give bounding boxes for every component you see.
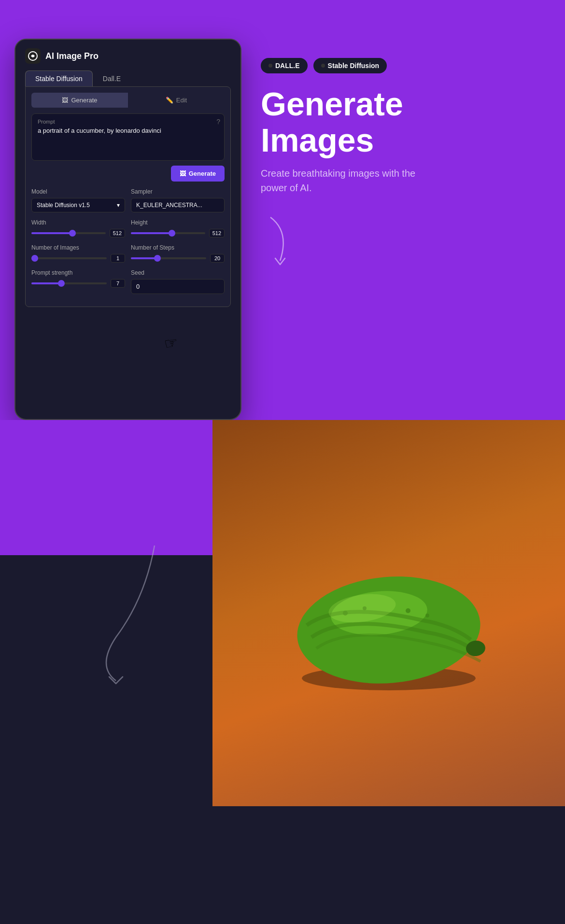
app-logo-icon bbox=[25, 48, 41, 64]
num-images-slider-row: 1 bbox=[31, 254, 125, 263]
prompt-strength-slider-row: 7 bbox=[31, 279, 125, 288]
height-slider-thumb[interactable] bbox=[169, 230, 175, 237]
svg-point-8 bbox=[425, 614, 429, 617]
width-slider-track bbox=[31, 232, 106, 234]
height-slider-row: 512 bbox=[131, 229, 225, 238]
num-images-label: Number of Images bbox=[31, 244, 125, 251]
app-header: AI Image Pro bbox=[15, 40, 240, 64]
tab-dalle[interactable]: Dall.E bbox=[93, 70, 131, 86]
width-height-row: Width 512 Height bbox=[31, 219, 225, 238]
prompt-strength-track bbox=[31, 282, 107, 284]
num-steps-field: Number of Steps 20 bbox=[131, 244, 225, 263]
badge-dalle: DALL.E bbox=[261, 58, 308, 73]
width-value: 512 bbox=[110, 229, 125, 238]
arrow-down bbox=[261, 212, 299, 270]
seed-field: Seed bbox=[131, 269, 225, 294]
generate-row: 🖼 Generate bbox=[31, 166, 225, 182]
purple-overlap bbox=[0, 420, 227, 555]
prompt-area: Prompt a portrait of a cucumber, by leon… bbox=[31, 113, 225, 161]
right-hero: DALL.E Stable Diffusion Generate Images … bbox=[241, 39, 551, 280]
tabs-row: Stable Diffusion Dall.E bbox=[15, 64, 240, 86]
hero-subtitle: Create breathtaking images with the powe… bbox=[261, 166, 425, 195]
height-label: Height bbox=[131, 219, 225, 226]
bottom-arrow bbox=[77, 541, 174, 687]
tab-stable-diffusion[interactable]: Stable Diffusion bbox=[25, 70, 93, 86]
width-field: Width 512 bbox=[31, 219, 125, 238]
svg-point-7 bbox=[406, 608, 410, 613]
height-field: Height 512 bbox=[131, 219, 225, 238]
prompt-text[interactable]: a portrait of a cucumber, by leonardo da… bbox=[38, 126, 218, 155]
help-icon[interactable]: ? bbox=[216, 118, 220, 126]
sampler-label: Sampler bbox=[131, 188, 225, 195]
prompt-strength-value: 7 bbox=[111, 279, 125, 288]
model-label: Model bbox=[31, 188, 125, 195]
images-steps-row: Number of Images 1 Number of Steps bbox=[31, 244, 225, 263]
seed-input[interactable] bbox=[131, 279, 225, 294]
generate-main-icon: 🖼 bbox=[180, 170, 186, 177]
height-value: 512 bbox=[209, 229, 225, 238]
hero-title: Generate Images bbox=[261, 86, 403, 158]
prompt-strength-thumb[interactable] bbox=[58, 280, 65, 287]
width-slider-thumb[interactable] bbox=[69, 230, 76, 237]
num-images-field: Number of Images 1 bbox=[31, 244, 125, 263]
pencil-icon: ✏️ bbox=[166, 97, 173, 104]
num-steps-label: Number of Steps bbox=[131, 244, 225, 251]
stable-dot bbox=[321, 64, 325, 68]
sampler-select[interactable]: K_EULER_ANCESTRA... bbox=[131, 198, 225, 212]
sampler-field: Sampler K_EULER_ANCESTRA... bbox=[131, 188, 225, 212]
model-field: Model Stable Diffusion v1.5 ▾ bbox=[31, 188, 125, 212]
generate-tab-btn[interactable]: 🖼 Generate bbox=[31, 93, 128, 108]
width-label: Width bbox=[31, 219, 125, 226]
app-title: AI Image Pro bbox=[45, 51, 99, 61]
width-slider-fill bbox=[31, 232, 72, 234]
strength-seed-row: Prompt strength 7 Seed bbox=[31, 269, 225, 294]
prompt-strength-field: Prompt strength 7 bbox=[31, 269, 125, 294]
edit-tab-btn[interactable]: ✏️ Edit bbox=[128, 93, 225, 108]
cucumber-panel bbox=[212, 420, 565, 806]
bottom-section bbox=[0, 420, 565, 924]
seed-label: Seed bbox=[131, 269, 225, 276]
height-slider-fill bbox=[131, 232, 172, 234]
generate-icon: 🖼 bbox=[62, 97, 68, 104]
badge-row: DALL.E Stable Diffusion bbox=[261, 58, 387, 73]
generate-main-button[interactable]: 🖼 Generate bbox=[171, 166, 225, 182]
num-steps-slider-thumb[interactable] bbox=[154, 255, 161, 262]
num-images-slider-track bbox=[31, 257, 107, 259]
prompt-strength-fill bbox=[31, 282, 61, 284]
top-section: AI Image Pro Stable Diffusion Dall.E 🖼 G… bbox=[0, 0, 565, 420]
width-slider-row: 512 bbox=[31, 229, 125, 238]
cucumber-svg bbox=[268, 529, 509, 698]
num-images-value: 1 bbox=[111, 254, 125, 263]
num-steps-slider-row: 20 bbox=[131, 254, 225, 263]
app-body: 🖼 Generate ✏️ Edit Prompt a portrait of … bbox=[25, 86, 231, 307]
generate-edit-row: 🖼 Generate ✏️ Edit bbox=[31, 93, 225, 108]
dalle-dot bbox=[268, 64, 272, 68]
num-images-slider-thumb[interactable] bbox=[31, 255, 38, 262]
chevron-down-icon: ▾ bbox=[117, 202, 120, 209]
num-steps-slider-track bbox=[131, 257, 206, 259]
cucumber-bg bbox=[212, 420, 565, 806]
num-steps-slider-fill bbox=[131, 257, 157, 259]
device-mockup: AI Image Pro Stable Diffusion Dall.E 🖼 G… bbox=[14, 39, 241, 420]
prompt-label: Prompt bbox=[38, 119, 218, 125]
model-select[interactable]: Stable Diffusion v1.5 ▾ bbox=[31, 198, 125, 212]
badge-stable-diffusion: Stable Diffusion bbox=[313, 58, 387, 73]
height-slider-track bbox=[131, 232, 205, 234]
num-steps-value: 20 bbox=[210, 254, 225, 263]
model-sampler-row: Model Stable Diffusion v1.5 ▾ Sampler K_… bbox=[31, 188, 225, 212]
prompt-strength-label: Prompt strength bbox=[31, 269, 125, 276]
